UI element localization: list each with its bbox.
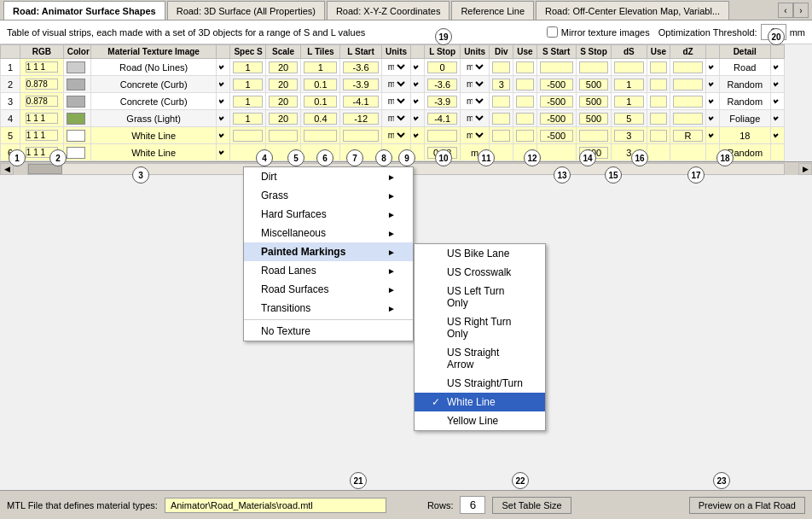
rgb-cell[interactable] [20,110,64,127]
preview-btn[interactable]: Preview on a Flat Road [689,497,805,514]
scale-cell[interactable] [265,76,300,93]
ltiles-input[interactable] [304,61,337,73]
lstart-cell[interactable] [340,59,381,76]
use2-cell[interactable] [647,59,670,76]
use-input[interactable] [516,113,534,125]
tab-prev-btn[interactable]: ‹ [778,3,793,18]
dd4-cell[interactable]: ▼ [770,93,784,110]
submenu-item-us-straight-turn[interactable]: US Straight/Turn [415,374,545,393]
units2-cell[interactable]: m [460,127,490,144]
dd3-cell[interactable]: ▼ [705,93,719,110]
lstop-input[interactable] [427,130,456,142]
menu-item-miscellaneous[interactable]: Miscellaneous ► [244,224,413,242]
dd-cell[interactable]: ▼ [217,76,230,93]
sstop-cell[interactable] [576,93,611,110]
use-input[interactable] [516,79,534,90]
dd-cell[interactable]: ▼ [217,144,230,161]
use-cell[interactable] [513,93,537,110]
dd4-cell[interactable]: ▼ [770,127,784,144]
submenu-item-white-line[interactable]: ✓ White Line [415,393,545,411]
rgb-input[interactable] [26,79,58,90]
dd-cell[interactable]: ▼ [217,93,230,110]
div-cell[interactable] [490,110,513,127]
dz-input[interactable] [673,61,702,73]
sstart-cell[interactable] [536,93,576,110]
rgb-input[interactable] [26,96,58,107]
scale-cell[interactable] [265,93,300,110]
submenu-item-us-right-turn[interactable]: US Right Turn Only [415,312,545,343]
dz-input[interactable] [673,96,702,108]
specs-input[interactable] [233,61,262,73]
sstop-input[interactable] [579,61,608,73]
units-cell[interactable]: m [381,76,411,93]
dd2-cell[interactable]: ▼ [411,59,425,76]
dz-input[interactable] [673,79,702,90]
rgb-cell[interactable] [20,76,64,93]
scale-input[interactable] [269,113,298,125]
ds-cell[interactable] [612,76,647,93]
ltiles-cell[interactable] [301,76,340,93]
sstart-cell[interactable] [536,76,576,93]
specs-input[interactable] [233,96,262,108]
ds-cell[interactable] [612,59,647,76]
sstart-cell[interactable] [536,110,576,127]
mtl-input[interactable] [165,498,386,513]
ltiles-cell[interactable] [301,127,340,144]
rgb-input[interactable] [26,113,58,124]
tab-next-btn[interactable]: › [793,3,809,18]
rgb-input[interactable] [26,61,58,73]
sstart-cell[interactable] [536,127,576,144]
submenu-item-us-straight-arrow[interactable]: US Straight Arrow [415,343,545,374]
lstart-cell[interactable] [340,127,381,144]
dd-cell[interactable]: ▼ [217,127,230,144]
sstop-cell[interactable] [576,110,611,127]
sstop-cell[interactable] [576,76,611,93]
scale-input[interactable] [269,61,298,73]
units-cell[interactable]: m [381,127,411,144]
div-cell[interactable] [490,127,513,144]
ltiles-input[interactable] [304,79,337,90]
dd2-cell[interactable]: ▼ [411,93,425,110]
sstop-input[interactable] [579,79,608,90]
scale-cell[interactable] [265,127,300,144]
dd4-cell[interactable]: ▼ [770,76,784,93]
div-input[interactable] [492,96,510,108]
use-cell[interactable] [513,127,537,144]
sstop-input[interactable] [579,130,608,142]
lstop-cell[interactable] [425,76,460,93]
use2-cell[interactable] [647,93,670,110]
ds-cell[interactable] [612,127,647,144]
lstop-cell[interactable] [425,93,460,110]
dz-cell[interactable] [670,93,705,110]
ds-input[interactable] [614,79,643,90]
specs-cell[interactable] [230,127,265,144]
menu-item-dirt[interactable]: Dirt ► [244,167,413,186]
use2-input[interactable] [650,96,668,108]
tab-3d-surface[interactable]: Road: 3D Surface (All Properties) [167,1,325,20]
div-cell[interactable] [490,76,513,93]
lstart-input[interactable] [343,79,378,90]
rgb-cell[interactable] [20,59,64,76]
menu-item-painted-markings[interactable]: Painted Markings ► [244,242,413,261]
specs-cell[interactable] [230,59,265,76]
menu-item-road-lanes[interactable]: Road Lanes ► [244,261,413,280]
use2-cell[interactable] [647,76,670,93]
rgb-cell[interactable] [20,93,64,110]
dd-cell[interactable]: ▼ [217,59,230,76]
tab-offcenter[interactable]: Road: Off-Center Elevation Map, Variabl.… [536,1,729,20]
tab-xyz[interactable]: Road: X-Y-Z Coordinates [327,1,450,20]
lstart-cell[interactable] [340,93,381,110]
sstart-input[interactable] [540,130,573,142]
lstart-cell[interactable] [340,76,381,93]
ltiles-cell[interactable] [301,110,340,127]
dz-cell[interactable] [670,110,705,127]
submenu-item-us-crosswalk[interactable]: US Crosswalk [415,263,545,282]
rgb-input[interactable] [26,130,58,141]
ds-input[interactable] [614,130,643,142]
dd3-cell[interactable]: ▼ [705,76,719,93]
div-input[interactable] [492,130,510,142]
ltiles-input[interactable] [304,113,337,125]
dz-cell[interactable] [670,59,705,76]
lstop-cell[interactable] [425,59,460,76]
units2-cell[interactable]: m [460,93,490,110]
